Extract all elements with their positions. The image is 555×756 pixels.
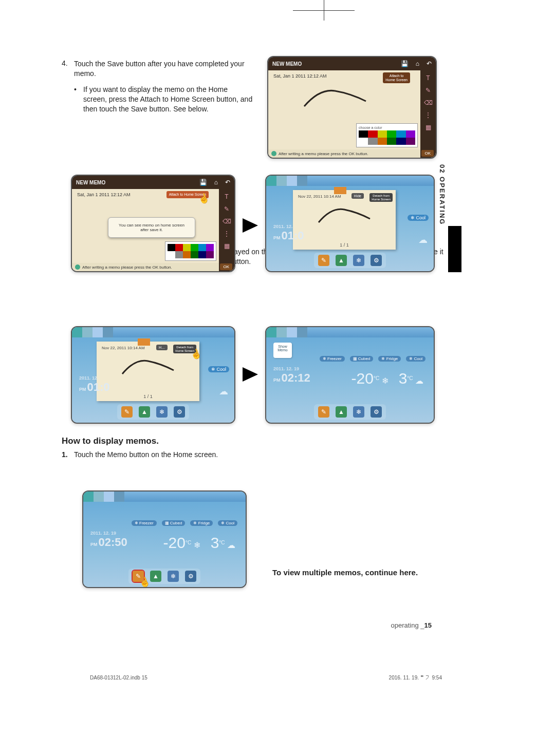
color-swatch[interactable] <box>406 138 415 145</box>
color-swatch[interactable] <box>387 130 396 138</box>
bullet-icon: • <box>74 85 83 114</box>
bullet-text: If you want to display the memo on the H… <box>83 85 253 114</box>
color-swatch[interactable] <box>387 138 396 145</box>
eraser-tool-icon[interactable]: ⌫ <box>223 218 231 225</box>
home-statusbar <box>83 492 246 502</box>
cubed-badge[interactable]: ▦ Cubed <box>350 356 374 362</box>
screenshot-memo-colorpicker: NEW MEMO 💾 ⌂ ↶ Sat, Jan 1 2011 12:12 AM … <box>267 56 437 159</box>
dock-photos-icon[interactable]: ▲ <box>336 406 347 418</box>
dock-memo-icon[interactable]: ✎ <box>133 571 144 582</box>
pen-tool-icon[interactable]: ✎ <box>224 205 229 213</box>
save-icon[interactable]: 💾 <box>401 60 409 67</box>
memo-canvas[interactable]: Sat, Jan 1 2011 12:12 AM Attach to Home … <box>72 189 234 271</box>
attach-home-button[interactable]: Attach to Home Screen <box>166 191 209 198</box>
dock-memo-icon[interactable]: ✎ <box>318 255 329 266</box>
palette-tool-icon[interactable]: ▦ <box>224 242 230 250</box>
color-swatch[interactable] <box>378 130 387 138</box>
color-swatch[interactable] <box>359 130 368 138</box>
color-swatch[interactable] <box>198 251 206 258</box>
color-swatch[interactable] <box>191 244 198 251</box>
detach-button[interactable]: Detach from Home Screen <box>369 193 393 202</box>
home-body[interactable]: Show Memo ❄ Freezer ▦ Cubed ❄ Fridge ❄ C… <box>266 337 434 423</box>
dock-photos-icon[interactable]: ▲ <box>150 571 161 582</box>
color-picker <box>165 241 216 261</box>
freezer-badge[interactable]: ❄ Freezer <box>132 520 157 526</box>
clock: 2011. 12. 19 PM02:50 <box>90 531 127 549</box>
save-icon[interactable]: 💾 <box>199 179 207 186</box>
text-tool-icon[interactable]: T <box>225 193 228 200</box>
back-icon[interactable]: ↶ <box>427 60 432 67</box>
cool-badge[interactable]: ❄ Cool <box>218 520 237 526</box>
memo-canvas[interactable]: Sat, Jan 1 2011 12:12 AM Attach to Home … <box>268 70 436 158</box>
attach-home-button[interactable]: Attach to Home Screen <box>383 72 410 83</box>
clock-time: 02:50 <box>99 536 127 549</box>
continue-note: To view multiple memos, continue here. <box>272 568 442 578</box>
clock-time: 01:0 <box>87 381 110 393</box>
color-swatch[interactable] <box>396 130 405 138</box>
cool-badge[interactable]: ❄ Cool <box>406 356 425 362</box>
dock-settings-icon[interactable]: ⚙ <box>371 406 382 418</box>
dock-settings-icon[interactable]: ⚙ <box>371 255 382 266</box>
pen-tool-icon[interactable]: ✎ <box>425 87 431 94</box>
print-date: 2016. 11. 19. ᄐᄀ 9:54 <box>389 675 442 681</box>
dock-settings-icon[interactable]: ⚙ <box>185 571 196 582</box>
fridge-badge[interactable]: ❄ Fridge <box>190 520 213 526</box>
color-swatch[interactable] <box>368 138 377 145</box>
hide-button[interactable]: H… <box>156 345 168 350</box>
show-memo-button[interactable]: Show Memo <box>273 343 292 358</box>
color-swatch[interactable] <box>396 138 405 145</box>
color-swatch[interactable] <box>206 251 214 258</box>
freezer-badge[interactable]: ❄ Freezer <box>320 356 345 362</box>
color-swatch[interactable] <box>359 138 368 145</box>
dock-temp-icon[interactable]: ❄ <box>353 255 364 266</box>
palette-tool-icon[interactable]: ▦ <box>425 124 431 131</box>
dock-temp-icon[interactable]: ❄ <box>168 571 179 582</box>
home-body[interactable]: Nov 22, 2011 10:14 AM H… Detach from Hom… <box>72 337 234 423</box>
attached-memo[interactable]: Nov 22, 2011 10:14 AM Hide Detach from H… <box>293 190 396 250</box>
color-swatch[interactable] <box>183 244 191 251</box>
home-body[interactable]: Nov 22, 2011 10:14 AM Hide Detach from H… <box>266 186 434 271</box>
color-swatch[interactable] <box>175 244 183 251</box>
dock-memo-icon[interactable]: ✎ <box>318 406 329 418</box>
color-swatch[interactable] <box>175 251 183 258</box>
attached-memo[interactable]: Nov 22, 2011 10:14 AM H… Detach from Hom… <box>97 342 199 401</box>
back-icon[interactable]: ↶ <box>225 179 230 186</box>
memo-pager: 1 / 1 <box>97 394 199 399</box>
fridge-badge[interactable]: ❄ Fridge <box>378 356 401 362</box>
more-tool-icon[interactable]: ⋮ <box>425 111 431 119</box>
dock-settings-icon[interactable]: ⚙ <box>174 406 185 418</box>
hide-button[interactable]: Hide <box>351 193 364 199</box>
color-swatch[interactable] <box>183 251 191 258</box>
fridge-temp: 3 <box>211 534 219 551</box>
color-swatch[interactable] <box>198 244 206 251</box>
color-swatch[interactable] <box>168 251 175 258</box>
color-swatch[interactable] <box>206 244 214 251</box>
eraser-tool-icon[interactable]: ⌫ <box>424 99 433 106</box>
color-swatch[interactable] <box>168 244 175 251</box>
dock-temp-icon[interactable]: ❄ <box>156 406 168 418</box>
dock-memo-icon[interactable]: ✎ <box>121 406 133 418</box>
clock-date: 2011. 12. 19 <box>273 366 310 371</box>
color-swatch[interactable] <box>378 138 387 145</box>
home-icon[interactable]: ⌂ <box>214 179 218 186</box>
ok-button[interactable]: OK <box>220 263 232 270</box>
clock-date: 2011. 12. <box>79 375 110 381</box>
dock-photos-icon[interactable]: ▲ <box>336 255 347 266</box>
clock: 2011. 12. PM01:0 <box>79 375 110 394</box>
text-tool-icon[interactable]: T <box>426 74 430 82</box>
dock-temp-icon[interactable]: ❄ <box>353 406 364 418</box>
memo-title: NEW MEMO <box>272 61 302 67</box>
dock: ✎ ▲ ❄ ⚙ <box>117 404 189 420</box>
cubed-badge[interactable]: ▦ Cubed <box>162 520 186 526</box>
color-swatch[interactable] <box>368 130 377 138</box>
ok-button[interactable]: OK <box>421 150 434 157</box>
detach-button[interactable]: Detach from Home Screen <box>173 345 196 353</box>
color-swatch[interactable] <box>406 130 415 138</box>
more-tool-icon[interactable]: ⋮ <box>224 230 230 237</box>
dock-photos-icon[interactable]: ▲ <box>139 406 150 418</box>
drawn-stroke <box>117 356 179 382</box>
home-statusbar <box>72 327 234 337</box>
home-icon[interactable]: ⌂ <box>416 60 419 67</box>
home-body[interactable]: ❄ Freezer ▦ Cubed ❄ Fridge ❄ Cool 2011. … <box>83 502 246 587</box>
color-swatch[interactable] <box>191 251 198 258</box>
